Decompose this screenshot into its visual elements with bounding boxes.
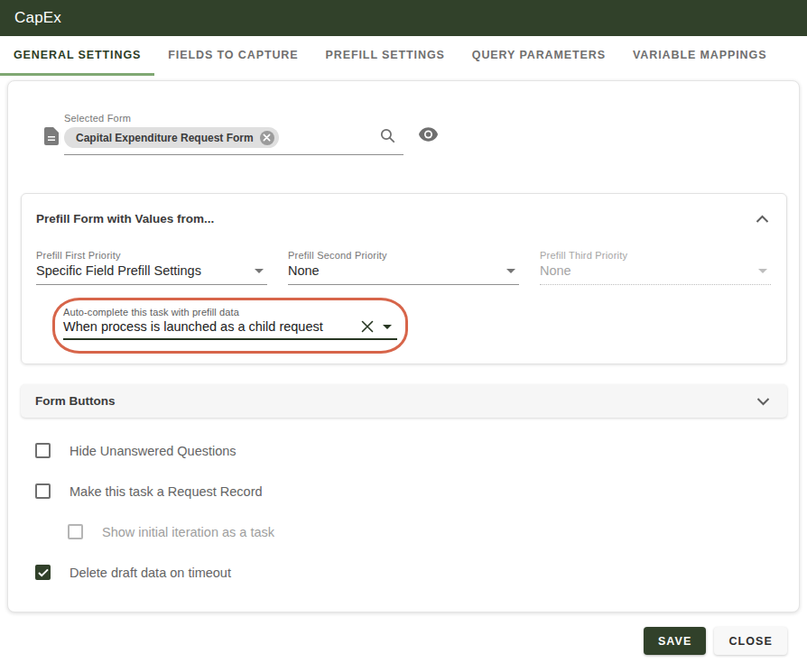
dropdown-label: Prefill Third Priority — [540, 250, 771, 261]
dropdown-value: None — [540, 263, 571, 278]
autocomplete-value: When process is launched as a child requ… — [63, 319, 361, 334]
selected-form-chip[interactable]: Capital Expenditure Request Form — [64, 127, 279, 148]
dropdown-arrow-icon — [506, 269, 515, 273]
prefill-section-header: Prefill Form with Values from... — [36, 212, 771, 226]
visibility-icon[interactable] — [418, 127, 439, 146]
chip-label: Capital Expenditure Request Form — [76, 132, 254, 144]
chip-row: Capital Expenditure Request Form — [64, 127, 404, 148]
dropdown-label: Prefill Second Priority — [288, 250, 519, 261]
dropdown-label: Prefill First Priority — [36, 250, 267, 261]
tab-label: QUERY PARAMETERS — [472, 49, 606, 61]
checkbox-make-task-request-record[interactable]: Make this task a Request Record — [35, 483, 799, 499]
prefill-third-priority-dropdown: Prefill Third Priority None — [540, 250, 771, 285]
selected-form-label: Selected Form — [64, 113, 404, 124]
chip-remove-icon[interactable] — [260, 131, 274, 145]
clear-icon[interactable] — [361, 320, 374, 333]
dropdown-arrow-icon — [255, 269, 264, 273]
tab-query-parameters[interactable]: QUERY PARAMETERS — [459, 36, 619, 74]
window-titlebar: CapEx — [0, 0, 807, 36]
document-icon — [41, 125, 62, 151]
dropdown-arrow-icon[interactable] — [383, 325, 392, 329]
selected-form-row: Selected Form Capital Expenditure Reques… — [41, 113, 799, 155]
search-icon[interactable] — [379, 127, 396, 148]
page-title: CapEx — [14, 9, 61, 27]
chevron-up-icon[interactable] — [754, 213, 771, 226]
tab-variable-mappings[interactable]: VARIABLE MAPPINGS — [619, 36, 780, 74]
tab-label: PREFILL SETTINGS — [326, 49, 445, 61]
form-buttons-section[interactable]: Form Buttons — [21, 384, 787, 418]
tab-label: VARIABLE MAPPINGS — [633, 49, 766, 61]
dropdown-value: None — [288, 263, 320, 278]
checkbox-icon[interactable] — [35, 443, 51, 458]
close-button[interactable]: CLOSE — [714, 627, 787, 655]
tab-bar: GENERAL SETTINGS FIELDS TO CAPTURE PREFI… — [0, 36, 807, 74]
tab-label: GENERAL SETTINGS — [14, 49, 141, 61]
checkbox-label: Delete draft data on timeout — [70, 566, 231, 580]
prefill-priority-row: Prefill First Priority Specific Field Pr… — [36, 250, 771, 285]
prefill-second-priority-dropdown[interactable]: Prefill Second Priority None — [288, 250, 519, 285]
checkbox-show-initial-iteration: Show initial iteration as a task — [68, 524, 799, 539]
tab-fields-to-capture[interactable]: FIELDS TO CAPTURE — [154, 36, 311, 74]
tab-general-settings[interactable]: GENERAL SETTINGS — [0, 36, 154, 74]
dropdown-value: Specific Field Prefill Settings — [36, 263, 201, 278]
form-buttons-title: Form Buttons — [35, 394, 116, 408]
autocomplete-label: Auto-complete this task with prefill dat… — [63, 307, 397, 318]
selected-form-field[interactable]: Selected Form Capital Expenditure Reques… — [64, 113, 404, 155]
checkbox-label: Make this task a Request Record — [70, 484, 263, 499]
save-button[interactable]: SAVE — [644, 627, 707, 655]
dropdown-arrow-icon — [758, 269, 767, 273]
autocomplete-field[interactable]: Auto-complete this task with prefill dat… — [63, 307, 397, 340]
prefill-first-priority-dropdown[interactable]: Prefill First Priority Specific Field Pr… — [36, 250, 267, 285]
prefill-section-title: Prefill Form with Values from... — [36, 212, 214, 226]
checkbox-delete-draft-data[interactable]: Delete draft data on timeout — [35, 565, 799, 580]
settings-card: Selected Form Capital Expenditure Reques… — [7, 80, 800, 612]
dialog-footer: SAVE CLOSE — [0, 627, 787, 655]
checkbox-checked-icon[interactable] — [35, 565, 51, 580]
chevron-down-icon[interactable] — [755, 395, 772, 408]
checkbox-label: Hide Unanswered Questions — [70, 444, 237, 458]
checkbox-hide-unanswered-questions[interactable]: Hide Unanswered Questions — [35, 443, 799, 458]
options-list: Hide Unanswered Questions Make this task… — [35, 443, 799, 580]
checkbox-icon[interactable] — [35, 483, 51, 499]
checkbox-label: Show initial iteration as a task — [102, 525, 274, 539]
prefill-section: Prefill Form with Values from... Prefill… — [21, 193, 787, 364]
tab-label: FIELDS TO CAPTURE — [168, 49, 298, 61]
tab-prefill-settings[interactable]: PREFILL SETTINGS — [312, 36, 459, 74]
checkbox-icon — [68, 524, 83, 539]
